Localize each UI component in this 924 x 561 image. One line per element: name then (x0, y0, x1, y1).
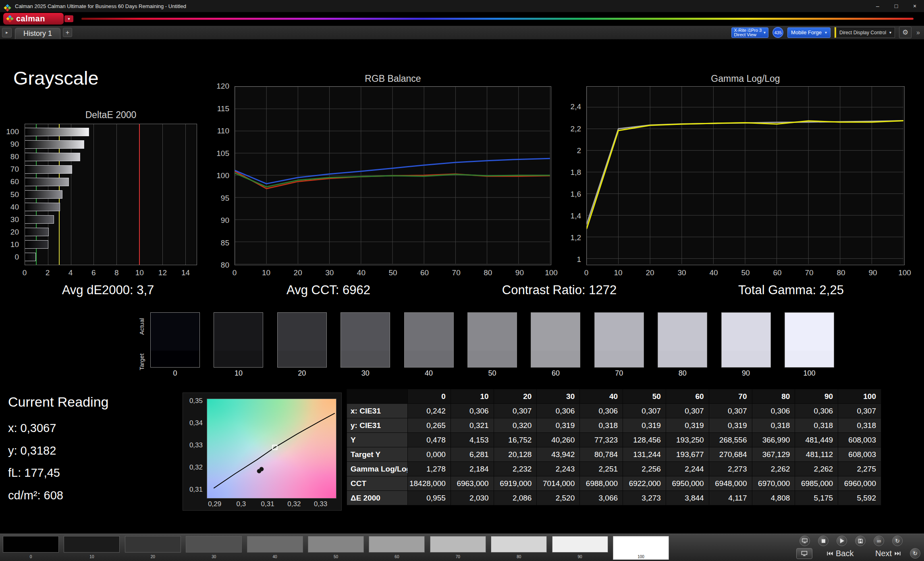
play-icon (840, 538, 844, 543)
close-button[interactable]: × (905, 0, 924, 12)
play-button[interactable] (837, 536, 847, 546)
pattern-level-button[interactable] (369, 536, 425, 553)
swatch-actual (531, 313, 580, 351)
pattern-level-label: 80 (491, 555, 547, 559)
table-cell: 4,117 (709, 491, 752, 505)
minimize-button[interactable]: – (868, 0, 887, 12)
pattern-window-button[interactable] (799, 536, 810, 546)
table-cell: 0,318 (580, 418, 623, 433)
pattern-level-button[interactable] (552, 536, 608, 553)
axis-tick-label: 90 (2, 138, 22, 150)
swatch-actual (468, 313, 517, 351)
stop-button[interactable] (818, 536, 828, 546)
swatch-target (278, 351, 326, 367)
table-cell: 6,281 (451, 447, 494, 462)
table-cell: 3,066 (580, 491, 623, 505)
axis-tick-label: 60 (2, 176, 22, 188)
source-dropdown[interactable]: Mobile Forge ▾ (787, 27, 831, 38)
pattern-level-button[interactable] (308, 536, 364, 553)
axis-tick-label: 6 (91, 268, 96, 277)
table-cell: 6988,000 (580, 476, 623, 491)
table-cell: 0,318 (752, 418, 795, 433)
pattern-display-toggle[interactable] (796, 548, 812, 559)
calman-logo[interactable]: calman (3, 13, 64, 25)
table-cell: 0,306 (752, 404, 795, 418)
deltae-bar (25, 240, 48, 249)
swatch-level-label: 40 (404, 369, 454, 378)
table-cell: 5,592 (838, 491, 881, 505)
axis-tick-label: 8 (114, 268, 119, 277)
grayscale-swatch (658, 312, 707, 368)
tab-scroll-button[interactable]: ▸ (2, 28, 12, 37)
deltae-bar (25, 178, 69, 186)
pattern-level-button[interactable] (64, 536, 120, 553)
maximize-button[interactable]: □ (887, 0, 905, 12)
next-button[interactable]: Next (875, 548, 901, 559)
target-row-label: Target (138, 353, 145, 370)
table-cell: 193,250 (666, 433, 709, 447)
pattern-level-button[interactable] (430, 536, 486, 553)
back-button[interactable]: Back (827, 548, 853, 559)
axis-tick-label: 95 (221, 194, 229, 203)
table-cell: 6970,000 (752, 476, 795, 491)
axis-tick-label: 120 (216, 82, 229, 91)
meter-dropdown[interactable]: X-Rite i1Pro 3 Direct View ▾ (731, 27, 769, 38)
table-cell: 0,319 (537, 418, 580, 433)
pattern-level-button[interactable] (247, 536, 303, 553)
loop-icon: ↻ (895, 538, 900, 544)
table-cell: 2,262 (795, 462, 838, 476)
deltae-bar (25, 253, 36, 261)
table-cell: 0,306 (795, 404, 838, 418)
table-cell: 0,307 (494, 404, 537, 418)
table-cell: 0,955 (408, 491, 451, 505)
pattern-level-button[interactable] (491, 536, 547, 553)
deltae-bar (25, 140, 84, 149)
pattern-level-label: 100 (613, 555, 669, 559)
axis-tick-label: 1,6 (571, 190, 581, 199)
pattern-level-label: 90 (552, 555, 608, 559)
table-cell: 18428,000 (408, 476, 451, 491)
settings-button[interactable]: ⚙ (899, 27, 912, 38)
deltae-bar (25, 153, 80, 161)
reading-fl: fL: 177,45 (8, 466, 60, 480)
table-cell: 0,000 (408, 447, 451, 462)
add-tab-button[interactable]: + (63, 28, 72, 37)
refresh-button[interactable]: ↻ (910, 548, 920, 559)
table-cell: 0,306 (537, 404, 580, 418)
axis-tick-label: 1,4 (571, 212, 581, 220)
swatch-target (214, 351, 263, 367)
axis-tick-label: 50 (388, 268, 397, 277)
collapse-toolbar-button[interactable]: » (916, 29, 921, 36)
axis-tick-label: 10 (135, 268, 144, 277)
continuous-measure-button[interactable]: ∞ (874, 536, 884, 546)
axis-tick-label: 70 (452, 268, 461, 277)
deltae-bar-row (25, 238, 197, 251)
source-name: Mobile Forge (791, 29, 822, 35)
swatch-actual (341, 313, 390, 351)
logo-menu-button[interactable]: ▾ (64, 15, 73, 22)
pattern-level-button[interactable] (3, 536, 59, 553)
double-chevron-icon: » (916, 29, 920, 36)
save-button[interactable] (855, 536, 866, 546)
swatch-actual (214, 313, 263, 351)
cie-target-marker (272, 445, 277, 450)
tab-history-1[interactable]: History 1 (15, 28, 60, 39)
axis-tick-label: 105 (216, 149, 229, 158)
workflow-tabbar: ▸ History 1 + X-Rite i1Pro 3 Direct View… (0, 26, 924, 39)
swatch-level-label: 20 (277, 369, 327, 378)
pattern-level-button[interactable] (186, 536, 242, 553)
display-control-dropdown[interactable]: Direct Display Control ▾ (835, 27, 895, 38)
pattern-level-button[interactable] (125, 536, 181, 553)
axis-tick-label: 60 (420, 268, 429, 277)
swatch-target (595, 351, 644, 367)
rgb-chart-title: RGB Balance (235, 73, 551, 84)
grayscale-swatch (404, 312, 454, 368)
table-cell: 2,520 (537, 491, 580, 505)
table-column-header: 60 (666, 389, 709, 404)
table-row: CCT18428,0006963,0006919,0007014,0006988… (347, 476, 881, 491)
table-column-header: 40 (580, 389, 623, 404)
monitor-icon (802, 538, 808, 543)
grayscale-swatch (785, 312, 834, 368)
loop-button[interactable]: ↻ (892, 536, 903, 546)
table-cell: 6985,000 (795, 476, 838, 491)
